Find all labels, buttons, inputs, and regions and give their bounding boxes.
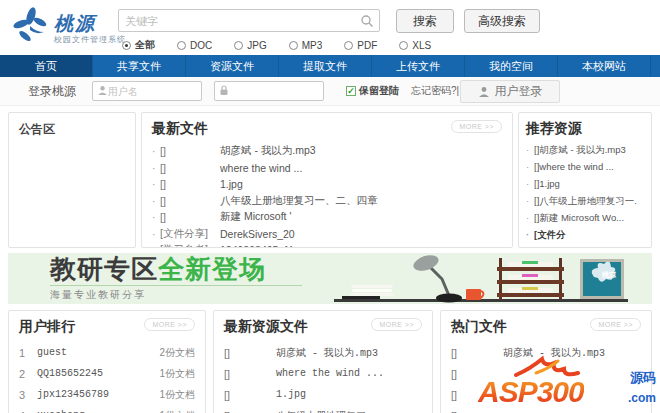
banner-underline: [50, 285, 302, 286]
banner-badge-text: 桃源: [602, 270, 616, 280]
banner-text: 教研专区全新登场 海量专业教研分享: [50, 254, 302, 302]
site-logo[interactable]: 桃源 校园文件管理系统: [10, 6, 126, 52]
bottom-row: MORE >> 用户排行 1guest2份文档 2QQ1856522451份文档…: [8, 310, 652, 413]
logo-title: 桃源: [54, 14, 126, 34]
file-item[interactable]: []1.jpg: [224, 384, 422, 405]
nav-school-site[interactable]: 本校网站: [558, 55, 651, 77]
latest-files-list: ·[]胡彦斌 - 我以为.mp3 ·[]where the wind ... ·…: [152, 143, 502, 248]
file-item[interactable]: ·[]1.jpg: [526, 178, 644, 195]
login-label: 登录桃源: [28, 83, 76, 100]
recommended-panel: 推荐资源 ·[]胡彦斌 - 我以为.mp3 ·[]where the wind …: [518, 112, 652, 248]
filter-pdf[interactable]: PDF: [344, 38, 377, 52]
rank-row[interactable]: 1guest2份文档: [19, 342, 195, 363]
more-link[interactable]: MORE >>: [451, 120, 502, 133]
file-item[interactable]: []where the wind ...: [224, 363, 422, 384]
recommended-list: ·[]胡彦斌 - 我以为.mp3 ·[]where the wind ... ·…: [526, 144, 644, 248]
recommended-title: 推荐资源: [526, 120, 582, 136]
banner-title-green: 全新登场: [158, 254, 266, 284]
file-item[interactable]: ·[]where the wind ...: [526, 161, 644, 178]
user-ranking-rows: 1guest2份文档 2QQ1856522451份文档 3jpx12345678…: [19, 342, 195, 413]
announcement-title: 公告区: [19, 122, 55, 136]
header: 桃源 校园文件管理系统 搜索 高级搜索 全部 DOC JPG MP3 PDF X…: [0, 0, 660, 55]
radio-icon: [399, 41, 408, 50]
nav-extract-files[interactable]: 提取文件: [279, 55, 372, 77]
announcement-panel: 公告区: [8, 112, 136, 248]
username-input[interactable]: [108, 86, 194, 97]
more-link[interactable]: MORE >>: [590, 318, 641, 331]
divider: |: [457, 85, 460, 96]
logo-flower-icon: [10, 6, 52, 52]
password-field-wrap: [214, 81, 324, 101]
main-row: 公告区 MORE >> 最新文件 ·[]胡彦斌 - 我以为.mp3 ·[]whe…: [8, 112, 652, 248]
hot-files-panel: MORE >> 热门文件 []胡彦斌 - 我以为.mp3 [] [] []: [440, 310, 652, 413]
logo-subtitle: 校园文件管理系统: [54, 34, 126, 45]
forgot-password-link[interactable]: 忘记密码?: [411, 85, 457, 96]
login-button-label: 用户登录: [495, 83, 543, 100]
latest-resources-panel: MORE >> 最新资源文件 []胡彦斌 - 我以为.mp3 []where t…: [213, 310, 433, 413]
file-item[interactable]: []: [451, 363, 641, 384]
login-bar: 登录桃源 ✓ 保留登陆 忘记密码?| 注册 用户登录: [0, 77, 660, 106]
file-item[interactable]: ·[学习参考]1249398405_f4u...: [152, 242, 502, 248]
search-box: [118, 9, 380, 32]
file-item[interactable]: []胡彦斌 - 我以为.mp3: [224, 342, 422, 363]
search-input[interactable]: [119, 10, 357, 31]
more-link[interactable]: MORE >>: [144, 318, 195, 331]
lock-icon: [219, 82, 229, 100]
nav-upload-files[interactable]: 上传文件: [372, 55, 465, 77]
file-item[interactable]: []: [451, 384, 641, 405]
latest-files-title: 最新文件: [152, 120, 208, 136]
file-item[interactable]: ·[学习参: [526, 246, 644, 248]
filter-xls[interactable]: XLS: [399, 38, 431, 52]
login-button[interactable]: 用户登录: [460, 80, 560, 103]
advanced-search-button[interactable]: 高级搜索: [464, 9, 540, 33]
rank-row[interactable]: 3jpx1234567891份文档: [19, 384, 195, 405]
hot-files-list: []胡彦斌 - 我以为.mp3 [] [] []: [451, 342, 641, 413]
promo-banner[interactable]: 教研专区全新登场 海量专业教研分享: [8, 253, 652, 304]
filter-doc[interactable]: DOC: [177, 38, 212, 52]
radio-icon: [122, 41, 131, 50]
file-item[interactable]: ·[]新建 Microsoft ': [152, 209, 502, 226]
checkbox-checked-icon[interactable]: ✓: [346, 86, 356, 96]
user-ranking-panel: MORE >> 用户排行 1guest2份文档 2QQ1856522451份文档…: [8, 310, 206, 413]
latest-resources-title: 最新资源文件: [224, 318, 308, 334]
file-item[interactable]: ·[]where the wind ...: [152, 160, 502, 177]
nav-shared-files[interactable]: 共享文件: [93, 55, 186, 77]
file-item[interactable]: ·[文件分享]DerekSivers_20: [152, 226, 502, 243]
radio-icon: [344, 41, 353, 50]
nav-home[interactable]: 首页: [0, 55, 93, 77]
file-item[interactable]: ·[]新建 Microsoft Wo...: [526, 212, 644, 229]
search-icon[interactable]: [360, 14, 374, 32]
file-item[interactable]: []胡彦斌 - 我以为.mp3: [451, 342, 641, 363]
filetype-filter-group: 全部 DOC JPG MP3 PDF XLS: [122, 38, 453, 52]
file-item[interactable]: ·[]八年级上册地理复习一、二、四章: [152, 193, 502, 210]
banner-title-dark: 教研专区: [50, 254, 158, 284]
latest-files-panel: MORE >> 最新文件 ·[]胡彦斌 - 我以为.mp3 ·[]where t…: [141, 112, 513, 248]
remember-me[interactable]: ✓ 保留登陆: [346, 84, 399, 98]
banner-subtitle: 海量专业教研分享: [50, 288, 302, 302]
filter-mp3[interactable]: MP3: [289, 38, 323, 52]
file-item[interactable]: ·[]胡彦斌 - 我以为.mp3: [152, 143, 502, 160]
radio-icon: [289, 41, 298, 50]
filter-jpg[interactable]: JPG: [234, 38, 266, 52]
radio-icon: [177, 41, 186, 50]
rank-row[interactable]: 4xuesheng1份文档: [19, 405, 195, 413]
file-item[interactable]: []: [451, 405, 641, 413]
file-item[interactable]: []八年级上册地理复习...: [224, 405, 422, 413]
banner-illustration: [316, 253, 646, 304]
user-icon: [97, 82, 108, 100]
nav-resource-files[interactable]: 资源文件: [186, 55, 279, 77]
more-link[interactable]: MORE >>: [371, 318, 422, 331]
file-item[interactable]: ·[]胡彦斌 - 我以为.mp3: [526, 144, 644, 161]
rank-row[interactable]: 2QQ1856522451份文档: [19, 363, 195, 384]
password-input[interactable]: [229, 86, 315, 97]
file-item[interactable]: ·[]八年级上册地理复习一.: [526, 195, 644, 212]
remember-label: 保留登陆: [359, 84, 399, 98]
file-item[interactable]: ·[文件分: [526, 229, 644, 246]
latest-resources-list: []胡彦斌 - 我以为.mp3 []where the wind ... []1…: [224, 342, 422, 413]
hot-files-title: 热门文件: [451, 318, 507, 334]
radio-icon: [234, 41, 243, 50]
nav-my-space[interactable]: 我的空间: [465, 55, 558, 77]
file-item[interactable]: ·[]1.jpg: [152, 176, 502, 193]
filter-all[interactable]: 全部: [122, 38, 155, 52]
search-button[interactable]: 搜索: [396, 9, 454, 33]
